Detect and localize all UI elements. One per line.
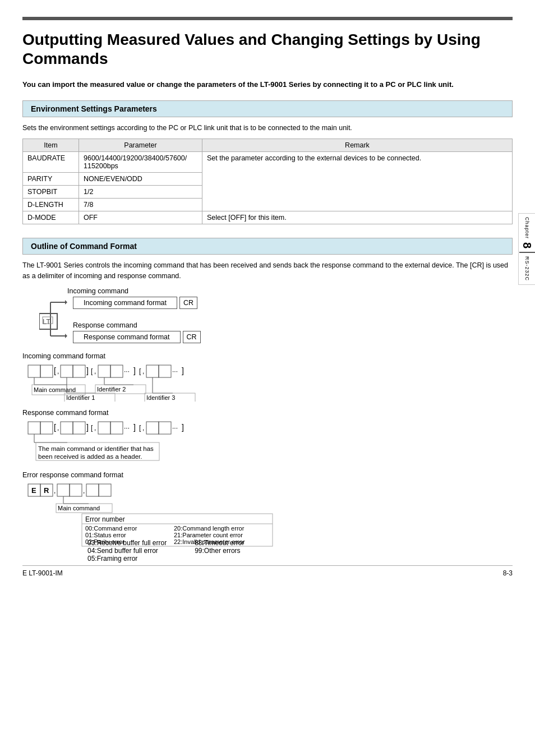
section1-header: Environment Settings Parameters (22, 100, 513, 117)
svg-text:···: ··· (172, 424, 178, 432)
svg-text:01:Status error: 01:Status error (85, 532, 126, 538)
svg-text:]: ] (133, 423, 136, 432)
svg-text:···: ··· (124, 424, 130, 432)
col-header-item: Item (23, 139, 79, 152)
footer-left: E LT-9001-IM (22, 569, 63, 577)
response-format-svg: [ , ] [ , ··· ] [ (22, 419, 359, 464)
svg-rect-76 (99, 484, 111, 496)
svg-rect-9 (40, 365, 53, 377)
svg-text:Main command: Main command (34, 386, 76, 393)
section1: Environment Settings Parameters Sets the… (22, 100, 513, 225)
svg-text:R: R (44, 486, 49, 495)
lt-arrow-svg: LT (39, 297, 67, 342)
incoming-format-box: Incoming command format (73, 297, 177, 309)
error-codes-right: 88:Timeout error 99:Other errors (195, 539, 244, 563)
response-section: Response command Response command format… (73, 321, 201, 343)
svg-rect-59 (159, 422, 171, 434)
svg-text:E: E (31, 486, 36, 495)
incoming-box-row: Incoming command format CR (73, 297, 201, 309)
error-format-label: Error response command format (22, 471, 513, 479)
svg-rect-43 (28, 422, 40, 434)
svg-text:,: , (57, 367, 59, 375)
svg-marker-4 (65, 334, 67, 338)
cmd-pairs: Incoming command format CR Response comm… (73, 297, 201, 343)
svg-text:,: , (94, 367, 96, 375)
svg-text:···: ··· (172, 367, 178, 375)
top-border (22, 17, 513, 20)
svg-rect-23 (146, 365, 159, 377)
error-format-svg: E R , , Main command (22, 481, 359, 548)
svg-text:00:Command error: 00:Command error (85, 525, 137, 532)
svg-text:Error number: Error number (85, 515, 125, 523)
svg-text:[: [ (91, 367, 93, 375)
svg-rect-75 (86, 484, 99, 496)
svg-text:The main command or identifier: The main command or identifier that has (38, 445, 154, 452)
svg-text:]: ] (86, 423, 89, 432)
footer-right: 8-3 (503, 569, 513, 577)
chapter-subtitle: RS-232C (524, 256, 530, 281)
svg-text:]: ] (182, 366, 184, 375)
svg-rect-24 (159, 365, 171, 377)
incoming-cr-box: CR (179, 297, 197, 309)
table-row: BAUDRATE 9600/14400/19200/38400/57600/11… (23, 152, 513, 173)
svg-text:[: [ (139, 367, 141, 375)
error-response-format: Error response command format E R , , (22, 471, 513, 563)
svg-rect-48 (73, 422, 85, 434)
chapter-label: Chapter (524, 217, 530, 239)
svg-text:]: ] (86, 366, 89, 375)
svg-rect-72 (57, 484, 70, 496)
svg-rect-58 (146, 422, 159, 434)
chapter-tab: Chapter 8 RS-232C (518, 213, 535, 285)
error-codes-left: 03:Receive buffer full error 04:Send buf… (87, 539, 167, 563)
svg-marker-1 (65, 300, 67, 305)
svg-text:]: ] (182, 423, 184, 432)
svg-rect-18 (110, 365, 123, 377)
svg-text:been received is added as a he: been received is added as a header. (38, 453, 142, 460)
response-format-box: Response command format (73, 331, 181, 343)
svg-text:[: [ (91, 424, 93, 432)
svg-rect-44 (40, 422, 53, 434)
svg-text:···: ··· (124, 367, 130, 375)
section1-desc: Sets the environment settings according … (22, 123, 513, 133)
response-label: Response command (73, 321, 201, 329)
svg-rect-17 (98, 365, 110, 377)
svg-text:,: , (94, 424, 96, 432)
chapter-number: 8 (520, 242, 533, 248)
svg-text:[: [ (139, 424, 141, 432)
svg-text:,: , (57, 424, 59, 432)
incoming-row: LT Incoming command format CR Response c… (39, 297, 513, 343)
svg-text:[: [ (54, 423, 56, 432)
response-cmd-format: Response command format [ , ] [ , (22, 409, 513, 465)
svg-text:Main command: Main command (58, 505, 100, 511)
svg-rect-12 (61, 365, 73, 377)
incoming-label: Incoming command (67, 287, 513, 295)
svg-rect-13 (73, 365, 85, 377)
response-box-row: Response command format CR (73, 331, 201, 343)
section2: Outline of Command Format The LT-9001 Se… (22, 238, 513, 563)
svg-text:LT: LT (43, 317, 50, 326)
col-header-param: Parameter (79, 139, 202, 152)
section2-desc: The LT-9001 Series controls the incoming… (22, 260, 513, 282)
svg-text:,: , (142, 424, 144, 432)
svg-text:,: , (54, 487, 56, 495)
svg-rect-8 (28, 365, 40, 377)
svg-text:,: , (142, 367, 144, 375)
incoming-format-label: Incoming command format (22, 352, 513, 360)
svg-rect-53 (110, 422, 123, 434)
svg-text:21:Parameter count error: 21:Parameter count error (174, 532, 243, 538)
svg-text:Identifier 3: Identifier 3 (146, 394, 175, 401)
svg-text:[: [ (54, 366, 56, 375)
page-title: Outputting Measured Values and Changing … (22, 30, 513, 68)
svg-rect-73 (70, 484, 82, 496)
response-format-label: Response command format (22, 409, 513, 417)
svg-text:Identifier 2: Identifier 2 (97, 386, 126, 393)
svg-text:]: ] (133, 366, 136, 375)
incoming-format-svg: [ , ] [ , ··· ] [ (22, 362, 359, 402)
svg-text:20:Command length error: 20:Command length error (174, 525, 245, 532)
section2-header: Outline of Command Format (22, 238, 513, 255)
svg-text:Identifier 1: Identifier 1 (66, 394, 95, 401)
params-table: Item Parameter Remark BAUDRATE 9600/1440… (22, 139, 513, 224)
svg-rect-47 (61, 422, 73, 434)
svg-rect-52 (98, 422, 110, 434)
table-row: D-MODE OFF Select [OFF] for this item. (23, 211, 513, 224)
